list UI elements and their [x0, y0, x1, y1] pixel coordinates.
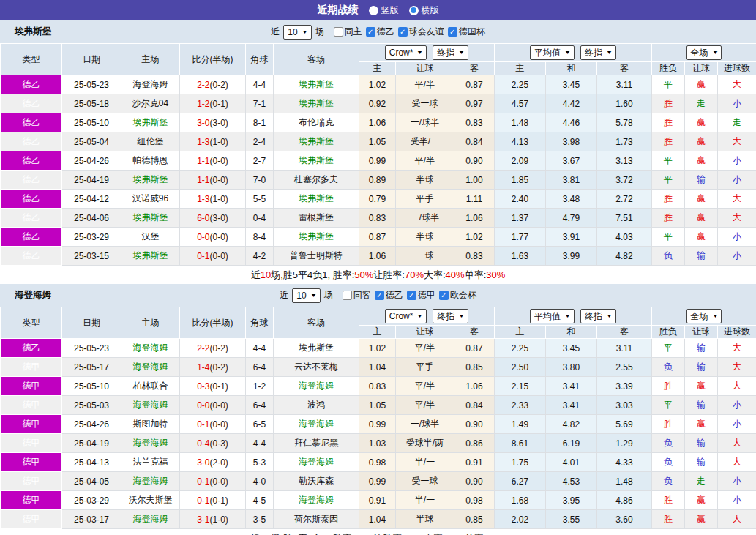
result-sub-header-0: 胜负: [652, 326, 685, 339]
result-scope-select[interactable]: 全场▼: [686, 45, 722, 60]
ah-sub-header-1: 让球: [396, 326, 454, 339]
eu-away-odds-cell: 3.72: [597, 171, 652, 190]
away-team-cell: 荷尔斯泰因: [274, 510, 359, 529]
result-goals-cell: 大: [718, 453, 756, 472]
match-row: 德甲25-05-03海登海姆0-0(0-0)6-4波鸿1.05平/半0.842.…: [1, 396, 756, 415]
ah-away-odds-cell: 1.00: [454, 171, 495, 190]
ah-home-odds-cell: 0.83: [359, 209, 396, 228]
eu-home-odds-cell: 1.85: [495, 171, 546, 190]
eu-odds-group-header: 平均值▼终指▼: [495, 307, 652, 326]
filter-checkbox-0[interactable]: 同主: [334, 26, 362, 38]
eu-home-odds-cell: 1.77: [495, 228, 546, 247]
table-header-row: 类型日期主场比分(半场)角球客场Crow*▼终指▼平均值▼终指▼全场▼: [1, 44, 756, 62]
home-team-cell: 沙尔克04: [121, 94, 180, 113]
home-team-cell: 埃弗斯堡: [121, 209, 180, 228]
eu-home-odds-cell: 8.61: [495, 434, 546, 453]
filter-checkbox-1[interactable]: ✓德乙: [366, 26, 394, 38]
date-cell: 25-05-03: [62, 396, 121, 415]
date-cell: 25-03-17: [62, 510, 121, 529]
result-handicap-cell: 赢: [685, 228, 718, 247]
result-goals-cell: 大: [718, 434, 756, 453]
col-header-3: 比分(半场): [180, 307, 246, 339]
eu-avg-select[interactable]: 平均值▼: [530, 309, 575, 323]
eu-avg-select[interactable]: 平均值▼: [530, 45, 575, 60]
eu-odds-group-header: 平均值▼终指▼: [495, 44, 652, 62]
result-outcome-cell: 胜: [652, 377, 685, 396]
ah-away-odds-cell: 0.90: [454, 472, 495, 491]
result-handicap-cell: 赢: [685, 209, 718, 228]
league-cell: 德乙: [1, 339, 62, 358]
ah-handicap-cell: 平/半: [396, 377, 454, 396]
ah-odds-group-header: Crow*▼终指▼: [359, 44, 495, 62]
ah-handicap-cell: 受半/一: [396, 132, 454, 151]
eu-away-odds-cell: 3.13: [597, 151, 652, 171]
corner-cell: 4-4: [246, 75, 274, 94]
filter-checkbox-0[interactable]: 同客: [343, 289, 371, 302]
eu-home-odds-cell: 2.09: [495, 151, 546, 171]
eu-sub-header-2: 客: [597, 62, 652, 75]
result-outcome-cell: 胜: [652, 209, 685, 228]
league-cell: 德乙: [1, 171, 62, 190]
eu-draw-odds-cell: 3.45: [546, 75, 597, 94]
result-handicap-cell: 赢: [685, 491, 718, 510]
eu-away-odds-cell: 3.60: [597, 510, 652, 529]
col-header-2: 主场: [121, 307, 180, 339]
checkbox-checked-icon: ✓: [439, 291, 449, 300]
result-outcome-cell: 平: [652, 228, 685, 247]
eu-draw-odds-cell: 3.98: [546, 132, 597, 151]
filter-checkbox-3[interactable]: ✓德国杯: [448, 26, 485, 38]
date-cell: 25-04-12: [62, 190, 121, 209]
filter-checkbox-1[interactable]: ✓德乙: [375, 289, 403, 302]
eu-away-odds-cell: 4.33: [597, 453, 652, 472]
radio-checked-icon: [409, 6, 419, 15]
ah-handicap-cell: 半/一: [396, 491, 454, 510]
eu-stage-select[interactable]: 终指▼: [580, 309, 616, 323]
filter-checkbox-3[interactable]: ✓欧会杯: [439, 289, 476, 302]
date-cell: 25-03-15: [62, 247, 121, 266]
result-outcome-cell: 平: [652, 75, 685, 94]
eu-stage-select[interactable]: 终指▼: [580, 45, 616, 60]
score-cell: 1-2(0-1): [180, 94, 246, 113]
result-scope-select[interactable]: 全场▼: [686, 309, 722, 323]
eu-draw-odds-cell: 3.55: [546, 510, 597, 529]
eu-home-odds-cell: 2.50: [495, 358, 546, 377]
ah-odds-group-header: Crow*▼终指▼: [359, 307, 495, 326]
matches-table: 类型日期主场比分(半场)角球客场Crow*▼终指▼平均值▼终指▼全场▼主让球客主…: [0, 307, 756, 529]
away-team-cell: 布伦瑞克: [274, 113, 359, 132]
result-outcome-cell: 平: [652, 396, 685, 415]
col-header-1: 日期: [62, 44, 121, 75]
view-option-vertical[interactable]: 竖版: [369, 4, 399, 17]
result-sub-header-0: 胜负: [652, 62, 685, 75]
eu-draw-odds-cell: 4.53: [546, 472, 597, 491]
team-name: 海登海姆: [15, 289, 51, 302]
home-team-cell: 法兰克福: [121, 453, 180, 472]
filter-checkbox-2[interactable]: ✓球会友谊: [398, 26, 444, 38]
ah-stage-select[interactable]: 终指▼: [433, 309, 468, 323]
bookmaker-select[interactable]: Crow*▼: [385, 45, 427, 60]
result-goals-cell: 小: [718, 151, 756, 171]
filter-checkbox-2[interactable]: ✓德甲: [407, 289, 435, 302]
league-cell: 德乙: [1, 247, 62, 266]
corner-cell: 4-5: [246, 491, 274, 510]
result-outcome-cell: 负: [652, 434, 685, 453]
result-goals-cell: 大: [718, 190, 756, 209]
eu-draw-odds-cell: 3.67: [546, 151, 597, 171]
ah-sub-header-0: 主: [359, 326, 396, 339]
home-team-cell: 斯图加特: [121, 415, 180, 434]
result-outcome-cell: 负: [652, 453, 685, 472]
ah-stage-select[interactable]: 终指▼: [433, 45, 468, 60]
result-handicap-cell: 输: [685, 339, 718, 358]
result-outcome-cell: 胜: [652, 510, 685, 529]
bookmaker-select[interactable]: Crow*▼: [385, 309, 427, 323]
ah-home-odds-cell: 0.99: [359, 151, 396, 171]
result-outcome-cell: 平: [652, 151, 685, 171]
eu-draw-odds-cell: 4.01: [546, 453, 597, 472]
view-option-horizontal[interactable]: 横版: [409, 4, 439, 17]
ah-home-odds-cell: 1.03: [359, 434, 396, 453]
chevron-down-icon: ▼: [458, 47, 465, 59]
date-cell: 25-04-06: [62, 209, 121, 228]
games-count-select[interactable]: 10▼: [292, 288, 320, 303]
ah-home-odds-cell: 0.87: [359, 228, 396, 247]
games-count-select[interactable]: 10▼: [283, 25, 311, 40]
ah-handicap-cell: 平手: [396, 358, 454, 377]
